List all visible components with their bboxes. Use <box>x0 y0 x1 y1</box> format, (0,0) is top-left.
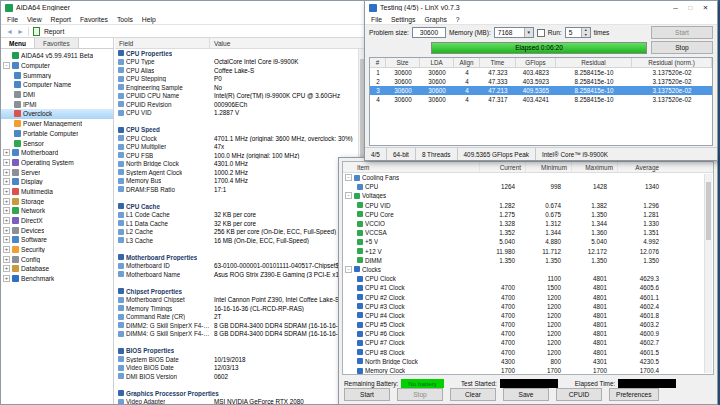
start-button[interactable]: Start <box>651 26 713 39</box>
sidebar-item-portable-computer[interactable]: Portable Computer <box>1 129 113 139</box>
sidebar-tab-favorites[interactable]: Favorites <box>35 38 79 48</box>
sidebar-item-storage[interactable]: +Storage <box>1 196 113 206</box>
menu-[interactable]: ? <box>456 16 460 23</box>
expand-icon[interactable]: + <box>3 159 10 166</box>
result-row-4[interactable]: 43060030600447.317403.42418.258415e-103.… <box>370 95 712 104</box>
sidebar-item-summary[interactable]: Summary <box>1 70 113 80</box>
sensor-row-clocks[interactable]: -Clocks <box>343 265 713 274</box>
col-header-minimum[interactable]: Minimum <box>525 162 571 172</box>
property-row[interactable]: Motherboard NameAsus ROG Strix Z390-E Ga… <box>115 270 358 279</box>
menu-file[interactable]: File <box>371 16 382 23</box>
sidebar-item-network[interactable]: +Network <box>1 206 113 216</box>
run-count-input[interactable]: 5 ▲ ▼ <box>565 27 591 38</box>
sensor-row-12-v[interactable]: +12 V11.98011.71212.17212.076 <box>343 247 713 256</box>
sidebar-item-dmi[interactable]: DMI <box>1 90 113 100</box>
sidebar-item-multimedia[interactable]: +Multimedia <box>1 187 113 197</box>
col-header-align[interactable]: Align <box>454 58 480 67</box>
sidebar-item-power-management[interactable]: Power Management <box>1 119 113 129</box>
spin-down-icon[interactable]: ▼ <box>582 33 590 38</box>
col-header-maximum[interactable]: Maximum <box>571 162 617 172</box>
sidebar-item-server[interactable]: +Server <box>1 167 113 177</box>
maximize-button[interactable]: □ <box>683 1 698 14</box>
sensor-row-5-v[interactable]: +5 V5.0404.8805.0404.992 <box>343 237 713 246</box>
sidebar-item-config[interactable]: +Config <box>1 254 113 264</box>
chevron-down-icon[interactable]: ▼ <box>524 28 533 37</box>
sidebar-item-software[interactable]: +Software <box>1 235 113 245</box>
sidebar-item-overclock[interactable]: Overclock <box>1 109 113 119</box>
sensor-row-cpu-5-clock[interactable]: CPU #5 Clock4700120048014603.2 <box>343 320 713 329</box>
sidebar-item-sensor[interactable]: Sensor <box>1 138 113 148</box>
sensor-row-cpu-1-clock[interactable]: CPU #1 Clock4700150048014605.6 <box>343 283 713 292</box>
expand-icon[interactable]: + <box>3 217 10 224</box>
sensor-scrollbar[interactable] <box>704 174 712 373</box>
preferences-button[interactable]: Preferences <box>609 388 659 401</box>
expand-icon[interactable]: + <box>3 265 10 272</box>
minimize-button[interactable]: ─ <box>668 1 683 14</box>
report-button[interactable]: Report <box>44 28 64 35</box>
close-button[interactable]: ✕ <box>698 1 713 14</box>
sensor-row-dimm[interactable]: DIMM1.3501.3501.3501.350 <box>343 256 713 265</box>
col-header-average[interactable]: Average <box>617 162 663 172</box>
property-row[interactable]: Video AdapterMSI NVIDIA GeForce RTX 2080 <box>115 398 358 405</box>
expand-icon[interactable]: + <box>3 227 10 234</box>
stop-button[interactable]: Stop <box>397 388 443 401</box>
stop-button[interactable]: Stop <box>651 41 713 54</box>
property-row[interactable]: System Agent Clock1000.2 MHz <box>115 168 358 177</box>
property-row[interactable]: Motherboard ChipsetIntel Cannon Point Z3… <box>115 296 358 305</box>
sidebar-item-aida64-v5-99-4911-beta[interactable]: AIDA64 v5.99.4911 Beta <box>1 51 113 61</box>
sensor-row-cpu-3-clock[interactable]: CPU #3 Clock4700120048014602.4 <box>343 302 713 311</box>
expand-icon[interactable]: + <box>3 188 10 195</box>
col-header-current[interactable]: Current <box>479 162 525 172</box>
sidebar-item-motherboard[interactable]: +Motherboard <box>1 148 113 158</box>
property-row[interactable]: CPU TypeOctalCore Intel Core i9-9900K <box>115 58 358 67</box>
col-header-residual[interactable]: Residual <box>556 58 632 67</box>
scrollbar-thumb[interactable] <box>706 182 711 240</box>
report-icon[interactable] <box>33 27 40 36</box>
expand-icon[interactable]: + <box>3 275 10 282</box>
menu-file[interactable]: File <box>7 16 18 23</box>
property-row[interactable]: CPUID Revision000906ECh <box>115 100 358 109</box>
sidebar-item-devices[interactable]: +Devices <box>1 225 113 235</box>
property-row[interactable]: System BIOS Date10/19/2018 <box>115 355 358 364</box>
collapse-icon[interactable]: - <box>345 266 352 273</box>
property-row[interactable]: L2 Cache256 KB per core (On-Die, ECC, Fu… <box>115 228 358 237</box>
property-row[interactable]: Memory Timings16-16-16-36 (CL-RCD-RP-RAS… <box>115 304 358 313</box>
property-row[interactable]: CPU FSB100.0 MHz (original: 100 MHz) <box>115 151 358 160</box>
clear-button[interactable]: Clear <box>450 388 496 401</box>
save-button[interactable]: Save <box>503 388 549 401</box>
property-row[interactable]: DMI BIOS Version0602 <box>115 372 358 381</box>
sidebar-item-computer-name[interactable]: Computer Name <box>1 80 113 90</box>
col-header-residual-norm[interactable]: Residual (norm.) <box>632 58 712 67</box>
expand-icon[interactable]: + <box>3 169 10 176</box>
col-header-lda[interactable]: LDA <box>420 58 454 67</box>
back-icon[interactable]: ◄ <box>6 28 13 35</box>
cpuid-button[interactable]: CPUID <box>556 388 602 401</box>
col-header-time[interactable]: Time <box>480 58 516 67</box>
sensor-row-cpu-7-clock[interactable]: CPU #7 Clock4700120048014602.7 <box>343 338 713 347</box>
sensor-row-vccio[interactable]: VCCIO1.3281.3121.3441.330 <box>343 219 713 228</box>
sidebar-item-benchmark[interactable]: +Benchmark <box>1 274 113 284</box>
expand-icon[interactable]: + <box>3 246 10 253</box>
col-header-gflops[interactable]: GFlops <box>516 58 556 67</box>
sidebar-item-operating-system[interactable]: +Operating System <box>1 158 113 168</box>
property-row[interactable]: CPUID CPU NameIntel(R) Core(TM) i9-9900K… <box>115 92 358 101</box>
sidebar-item-ipmi[interactable]: IPMI <box>1 99 113 109</box>
expand-icon[interactable]: + <box>3 198 10 205</box>
expand-icon[interactable]: + <box>3 178 10 185</box>
property-row[interactable]: Command Rate (CR)2T <box>115 313 358 322</box>
sensor-row-cpu-4-clock[interactable]: CPU #4 Clock4700120048014601.8 <box>343 311 713 320</box>
sensor-row-cpu-core[interactable]: CPU Core1.2750.6751.3501.281 <box>343 210 713 219</box>
expand-icon[interactable]: + <box>3 207 10 214</box>
property-row[interactable]: Engineering SampleNo <box>115 83 358 92</box>
column-header-field[interactable]: Field <box>115 38 210 48</box>
property-row[interactable]: DRAM:FSB Ratio17:1 <box>115 185 358 194</box>
problem-size-input[interactable]: 30600 <box>412 27 446 38</box>
menu-settings[interactable]: Settings <box>391 16 416 23</box>
menu-favorites[interactable]: Favorites <box>80 16 108 23</box>
expand-icon[interactable]: + <box>3 236 10 243</box>
all-memory-checkbox[interactable] <box>537 29 545 37</box>
expand-icon[interactable]: + <box>3 256 10 263</box>
property-row[interactable]: CPU SteppingP0 <box>115 75 358 84</box>
result-row-1[interactable]: 13060030600447.323403.48238.258415e-103.… <box>370 68 712 77</box>
sidebar-item-security[interactable]: +Security <box>1 245 113 255</box>
